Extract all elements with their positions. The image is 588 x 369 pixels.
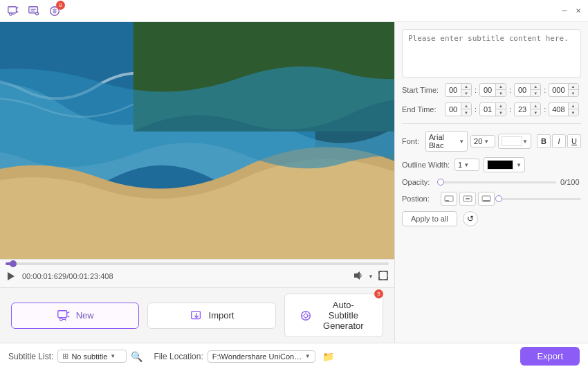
font-size-select[interactable]: 20 ▼	[470, 135, 495, 147]
end-seconds-arrows: ▲ ▼	[530, 103, 540, 116]
start-minutes-down[interactable]: ▼	[496, 90, 506, 96]
start-time-hours[interactable]: 00 ▲ ▼	[445, 83, 472, 97]
svg-rect-37	[466, 198, 470, 199]
italic-button[interactable]: I	[552, 134, 566, 148]
total-time: 00:01:23:408	[68, 272, 113, 280]
import-label: Import	[209, 310, 235, 321]
end-time-hours[interactable]: 00 ▲ ▼	[445, 102, 472, 116]
position-slider-container	[499, 198, 581, 200]
start-hours-up[interactable]: ▲	[461, 84, 471, 90]
start-time-seconds[interactable]: 00 ▲ ▼	[514, 83, 541, 97]
svg-rect-39	[483, 200, 490, 201]
end-minutes-up[interactable]: ▲	[496, 103, 506, 109]
volume-button[interactable]	[353, 270, 364, 283]
outline-width-label: Outline Width:	[402, 161, 450, 169]
close-button[interactable]: ✕	[574, 7, 582, 15]
apply-row: Apply to all ↺	[402, 211, 581, 226]
opacity-slider-container	[441, 181, 556, 183]
start-seconds-down[interactable]: ▼	[531, 90, 540, 96]
volume-dropdown[interactable]: ▼	[368, 273, 374, 280]
progress-bar[interactable]	[6, 262, 389, 265]
export-button[interactable]: Export	[520, 347, 580, 366]
start-hours-down[interactable]: ▼	[461, 90, 471, 96]
position-top-left-button[interactable]	[441, 192, 457, 206]
svg-rect-26	[191, 311, 200, 318]
position-slider-track[interactable]	[499, 198, 581, 200]
end-time-minutes[interactable]: 01 ▲ ▼	[479, 102, 506, 116]
add-subtitle-icon[interactable]	[26, 3, 42, 19]
svg-point-3	[10, 12, 12, 15]
opacity-slider-thumb[interactable]	[437, 179, 444, 186]
end-hours-arrows: ▲ ▼	[461, 103, 471, 116]
auto-subtitle-icon[interactable]: 8	[47, 3, 62, 19]
file-path-value: F:\Wondershare UniConverter 13\SubEdi	[212, 352, 302, 361]
play-button[interactable]	[6, 271, 17, 282]
opacity-label: Opacity:	[402, 178, 437, 186]
end-time-ms[interactable]: 408 ▲ ▼	[549, 102, 578, 116]
font-color-picker[interactable]: ▼	[498, 134, 531, 149]
position-buttons	[441, 192, 495, 206]
end-minutes-value: 01	[480, 104, 495, 115]
end-seconds-up[interactable]: ▲	[531, 103, 540, 109]
subtitle-search-button[interactable]: 🔍	[131, 351, 143, 362]
video-controls: 00:00:01:629/00:01:23:408 ▼	[0, 259, 394, 287]
bold-button[interactable]: B	[537, 134, 551, 148]
start-minutes-arrows: ▲ ▼	[495, 84, 506, 96]
main-window: 8 ─ ✕	[0, 0, 588, 369]
end-minutes-down[interactable]: ▼	[496, 109, 506, 116]
new-button[interactable]: New	[11, 303, 139, 329]
position-center-button[interactable]	[459, 192, 476, 206]
underline-button[interactable]: U	[567, 134, 581, 148]
new-label: New	[76, 310, 94, 321]
font-name-select[interactable]: Arial Blac ▼	[425, 131, 468, 152]
outline-color-picker[interactable]: ▼	[484, 157, 525, 172]
start-time-ms[interactable]: 000 ▲ ▼	[549, 83, 578, 97]
font-label: Font:	[402, 137, 423, 145]
current-time: 00:00:01:629	[22, 272, 66, 280]
start-seconds-up[interactable]: ▲	[531, 84, 540, 90]
outline-row: Outline Width: 1 ▼ ▼	[402, 157, 581, 172]
start-ms-up[interactable]: ▲	[569, 84, 578, 90]
end-time-seconds[interactable]: 23 ▲ ▼	[514, 102, 541, 116]
start-minutes-up[interactable]: ▲	[496, 84, 506, 90]
svg-rect-35	[445, 200, 449, 201]
end-hours-up[interactable]: ▲	[461, 103, 471, 109]
position-bottom-button[interactable]	[478, 192, 495, 206]
refresh-button[interactable]: ↺	[463, 211, 478, 226]
start-ms-arrows: ▲ ▼	[568, 84, 578, 96]
svg-marker-17	[8, 272, 15, 280]
end-ms-up[interactable]: ▲	[569, 103, 578, 109]
progress-thumb[interactable]	[10, 260, 17, 267]
import-button[interactable]: Import	[147, 303, 275, 329]
title-bar: 8 ─ ✕	[0, 0, 588, 22]
main-content: 00:00:01:629/00:01:23:408 ▼	[0, 22, 588, 343]
add-media-icon[interactable]	[6, 3, 21, 19]
file-path-chevron: ▼	[305, 353, 311, 359]
position-slider-thumb[interactable]	[495, 195, 502, 202]
outline-width-select[interactable]: 1 ▼	[454, 159, 479, 171]
end-ms-down[interactable]: ▼	[569, 109, 578, 116]
right-panel: Start Time: 00 ▲ ▼ : 00 ▲ ▼	[394, 22, 588, 343]
auto-subtitle-label: Auto-Subtitle Generator	[318, 300, 369, 331]
minimize-button[interactable]: ─	[560, 7, 569, 15]
controls-row: 00:00:01:629/00:01:23:408 ▼	[6, 268, 389, 285]
font-style-buttons: B I U	[537, 134, 581, 148]
auto-subtitle-button[interactable]: Auto-Subtitle Generator	[284, 294, 383, 337]
fullscreen-button[interactable]	[378, 270, 389, 283]
browse-folder-button[interactable]: 📁	[322, 351, 334, 362]
start-ms-down[interactable]: ▼	[569, 90, 578, 96]
file-path-dropdown[interactable]: F:\Wondershare UniConverter 13\SubEdi ▼	[208, 350, 315, 363]
divider-1	[402, 123, 581, 124]
end-hours-down[interactable]: ▼	[461, 109, 471, 116]
left-panel: 00:00:01:629/00:01:23:408 ▼	[0, 22, 394, 343]
end-seconds-down[interactable]: ▼	[531, 109, 540, 116]
subtitle-list-label: Subtitle List:	[8, 352, 53, 361]
controls-right: ▼	[353, 270, 389, 283]
subtitle-content-input[interactable]	[402, 29, 581, 78]
import-icon	[190, 309, 203, 323]
subtitle-dropdown-value: No subtitle	[71, 352, 107, 361]
opacity-slider-track[interactable]	[441, 181, 556, 183]
apply-to-all-button[interactable]: Apply to all	[402, 211, 457, 226]
subtitle-list-dropdown[interactable]: ⊞ No subtitle ▼	[57, 350, 127, 363]
start-time-minutes[interactable]: 00 ▲ ▼	[479, 83, 506, 97]
